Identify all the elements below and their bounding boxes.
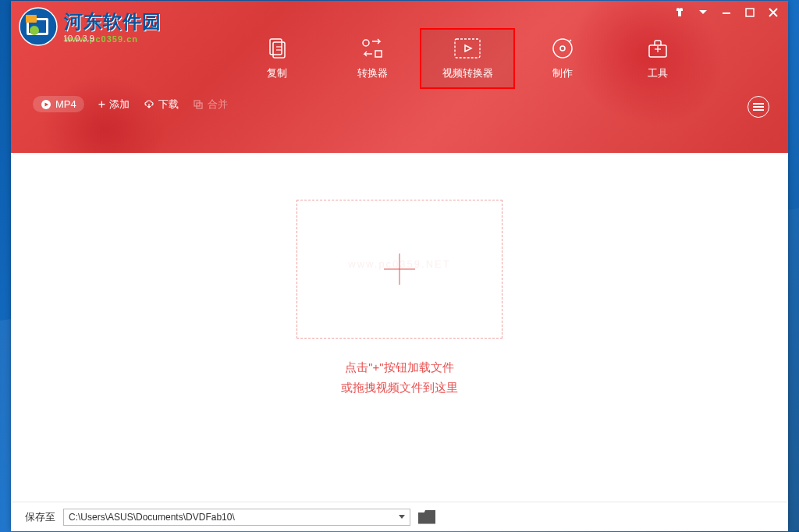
play-circle-icon	[41, 99, 51, 110]
hint-line-1: 点击"+"按钮加载文件	[341, 357, 458, 378]
svg-line-16	[569, 40, 571, 42]
main-tabs: 复制 转换器 视频转换器 制作	[229, 28, 705, 89]
tab-tools[interactable]: 工具	[610, 28, 705, 89]
svg-point-15	[560, 46, 565, 51]
tab-convert[interactable]: 转换器	[325, 28, 420, 89]
skin-icon[interactable]	[674, 7, 685, 18]
hint-line-2: 或拖拽视频文件到这里	[341, 378, 458, 398]
content-area: www.pc0359.NET 点击"+"按钮加载文件 或拖拽视频文件到这里	[11, 153, 788, 502]
add-label: 添加	[109, 98, 130, 112]
version-label: 10.0.3.9	[63, 34, 94, 43]
merge-label: 合并	[208, 98, 228, 112]
svg-rect-12	[375, 51, 382, 57]
svg-point-4	[30, 26, 39, 35]
plus-icon: +	[98, 98, 105, 112]
download-label: 下载	[158, 98, 179, 112]
video-converter-icon	[454, 37, 481, 60]
tools-icon	[645, 37, 671, 60]
merge-button: 合并	[193, 98, 228, 112]
logo-area: 河东软件园 www.pc0359.cn 10.0.3.9	[19, 7, 162, 46]
sub-toolbar: MP4 + 添加 下载 合并	[33, 96, 228, 112]
app-window: 河东软件园 www.pc0359.cn 10.0.3.9	[11, 1, 788, 531]
dropdown-icon[interactable]	[698, 7, 708, 18]
save-path-text: C:\Users\ASUS\Documents\DVDFab10\	[69, 512, 235, 523]
copy-icon	[264, 37, 290, 60]
chevron-down-icon	[399, 515, 405, 519]
cloud-download-icon	[144, 99, 154, 110]
browse-folder-button[interactable]	[418, 510, 435, 524]
convert-icon	[359, 37, 385, 60]
svg-rect-3	[26, 15, 37, 23]
close-button[interactable]	[768, 7, 779, 18]
window-controls	[674, 7, 779, 18]
hamburger-menu-button[interactable]	[748, 96, 769, 118]
tab-create-label: 制作	[552, 66, 573, 80]
tab-tools-label: 工具	[648, 66, 668, 80]
tab-video-converter[interactable]: 视频转换器	[420, 28, 515, 89]
tab-convert-label: 转换器	[357, 66, 388, 80]
add-button[interactable]: + 添加	[98, 98, 130, 112]
svg-rect-5	[723, 12, 730, 14]
logo-title: 河东软件园	[64, 9, 162, 34]
svg-point-11	[363, 40, 369, 46]
tab-video-converter-label: 视频转换器	[442, 66, 493, 80]
svg-rect-6	[746, 9, 754, 16]
format-label: MP4	[55, 98, 76, 110]
tab-create[interactable]: 制作	[515, 28, 610, 89]
create-icon	[549, 37, 576, 60]
save-to-label: 保存至	[25, 510, 55, 524]
drop-hint: 点击"+"按钮加载文件 或拖拽视频文件到这里	[341, 357, 458, 398]
app-header: 河东软件园 www.pc0359.cn 10.0.3.9	[11, 1, 788, 153]
minimize-button[interactable]	[721, 7, 732, 18]
watermark-text: www.pc0359.NET	[348, 258, 450, 270]
logo-badge-icon	[19, 7, 58, 46]
merge-icon	[193, 99, 204, 110]
tab-copy-label: 复制	[267, 66, 287, 80]
svg-rect-13	[455, 39, 480, 58]
maximize-button[interactable]	[744, 7, 755, 18]
tab-copy[interactable]: 复制	[229, 28, 325, 89]
save-path-dropdown[interactable]: C:\Users\ASUS\Documents\DVDFab10\	[63, 509, 410, 526]
footer-bar: 保存至 C:\Users\ASUS\Documents\DVDFab10\	[11, 502, 788, 531]
format-selector[interactable]: MP4	[33, 96, 84, 112]
download-button[interactable]: 下载	[144, 98, 179, 112]
